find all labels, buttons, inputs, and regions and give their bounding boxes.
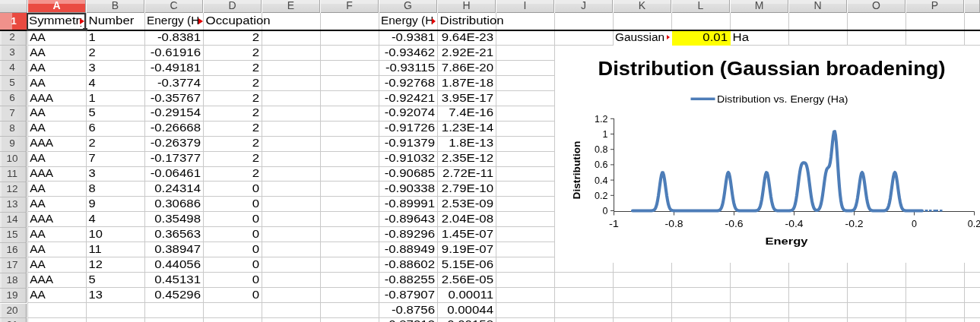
svg-text:1.2: 1.2	[595, 114, 607, 125]
svg-text:0.8: 0.8	[595, 144, 607, 155]
svg-text:Distribution (Gaussian broaden: Distribution (Gaussian broadening)	[598, 57, 946, 80]
svg-text:Energy: Energy	[766, 235, 809, 247]
svg-text:0.2: 0.2	[968, 219, 980, 229]
svg-text:0.4: 0.4	[595, 175, 607, 186]
svg-text:-1: -1	[609, 219, 619, 229]
svg-text:-0.2: -0.2	[845, 219, 864, 229]
svg-text:-0.6: -0.6	[725, 219, 744, 229]
svg-text:Distribution: Distribution	[571, 141, 582, 200]
svg-text:0: 0	[912, 219, 917, 229]
svg-text:1: 1	[603, 129, 608, 140]
svg-text:-0.8: -0.8	[665, 219, 683, 229]
svg-text:-0.4: -0.4	[785, 219, 804, 229]
svg-text:Distribution vs. Energy (Ha): Distribution vs. Energy (Ha)	[717, 94, 848, 105]
svg-text:0: 0	[603, 206, 608, 216]
svg-text:0.2: 0.2	[595, 191, 607, 201]
svg-text:0.6: 0.6	[595, 159, 607, 170]
